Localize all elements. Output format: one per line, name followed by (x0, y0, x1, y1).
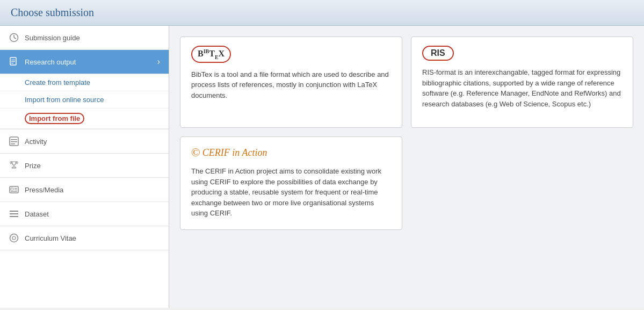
cerif-description: The CERIF in Action project aims to cons… (191, 166, 391, 219)
ris-logo: RIS (422, 46, 454, 61)
card-bibtex[interactable]: BIBTEX BibTex is a tool and a file forma… (180, 37, 402, 128)
bibtex-logo-container: BIBTEX (191, 46, 391, 63)
cerif-logo-container: © CERIF in Action (191, 146, 391, 160)
sidebar-label-press-media: Press/Media (25, 186, 63, 194)
svg-rect-19 (10, 216, 18, 217)
cerif-logo-text: CERIF in Action (202, 147, 267, 158)
sidebar-label-prize: Prize (25, 162, 41, 170)
bibtex-description: BibTex is a tool and a file format which… (191, 69, 391, 101)
svg-rect-13 (11, 188, 13, 190)
svg-rect-15 (15, 190, 17, 190)
prize-icon (9, 160, 19, 171)
svg-rect-8 (11, 139, 17, 140)
svg-rect-11 (12, 167, 16, 168)
sidebar-item-dataset[interactable]: Dataset (0, 202, 169, 226)
cards-grid: BIBTEX BibTex is a tool and a file forma… (180, 37, 633, 230)
dataset-icon (9, 208, 19, 219)
sidebar-item-curriculum-vitae[interactable]: Curriculum Vitae (0, 226, 169, 250)
bibtex-logo: BIBTEX (191, 46, 231, 63)
ris-logo-container: RIS (422, 46, 622, 61)
svg-rect-14 (15, 188, 17, 189)
press-icon (9, 184, 19, 195)
sidebar-label-curriculum-vitae: Curriculum Vitae (25, 234, 76, 242)
cv-icon (9, 233, 19, 243)
page-title: Choose submission (11, 6, 633, 19)
sidebar-item-submission-guide[interactable]: Submission guide (0, 26, 169, 50)
svg-point-20 (10, 234, 18, 242)
clock-icon (9, 32, 19, 43)
main-layout: Submission guide Research output › Creat… (0, 26, 644, 308)
sidebar: Submission guide Research output › Creat… (0, 26, 169, 308)
svg-rect-18 (10, 213, 18, 214)
sidebar-submenu-import-from-file[interactable]: Import from file (0, 109, 169, 129)
card-cerif[interactable]: © CERIF in Action The CERIF in Action pr… (180, 136, 402, 230)
svg-rect-4 (11, 60, 15, 60)
svg-rect-17 (10, 211, 18, 212)
sidebar-submenu-import-from-online-source[interactable]: Import from online source (0, 91, 169, 109)
sidebar-label-dataset: Dataset (25, 210, 49, 218)
ris-description: RIS-format is an interexchangable, tagge… (422, 67, 622, 109)
svg-rect-5 (11, 61, 15, 62)
chevron-right-icon: › (157, 57, 160, 67)
svg-point-21 (12, 236, 16, 240)
sidebar-submenu-create-from-template[interactable]: Create from template (0, 74, 169, 91)
sidebar-submenu-research-output: Create from template Import from online … (0, 74, 169, 129)
sidebar-item-press-media[interactable]: Press/Media (0, 178, 169, 202)
sidebar-label-activity: Activity (25, 138, 47, 146)
sidebar-item-prize[interactable]: Prize (0, 154, 169, 178)
sidebar-item-activity[interactable]: Activity (0, 129, 169, 154)
cerif-logo: © CERIF in Action (191, 146, 267, 160)
sidebar-item-research-output[interactable]: Research output › (0, 50, 169, 74)
svg-rect-6 (11, 63, 13, 63)
document-icon (9, 56, 19, 67)
svg-rect-10 (11, 143, 15, 145)
sidebar-label-submission-guide: Submission guide (25, 34, 80, 42)
main-content: BIBTEX BibTex is a tool and a file forma… (169, 26, 644, 308)
cerif-c-symbol: © (191, 146, 200, 160)
svg-rect-9 (11, 141, 17, 142)
page-header: Choose submission (0, 0, 644, 26)
sidebar-label-research-output: Research output (25, 58, 76, 66)
svg-rect-16 (11, 191, 17, 192)
card-ris[interactable]: RIS RIS-format is an interexchangable, t… (411, 37, 633, 128)
activity-icon (9, 136, 19, 147)
svg-line-2 (14, 38, 16, 39)
